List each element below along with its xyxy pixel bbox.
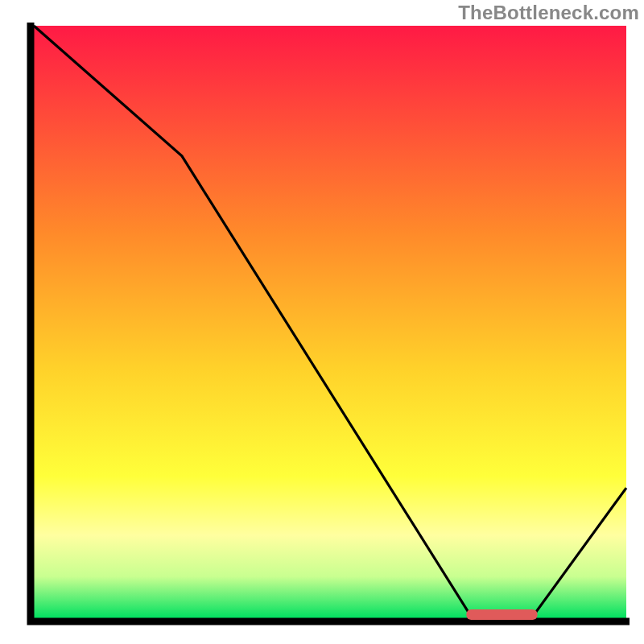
optimal-marker: [466, 609, 537, 620]
bottleneck-chart: [0, 0, 644, 644]
chart-container: TheBottleneck.com: [0, 0, 644, 644]
plot-gradient: [34, 26, 626, 618]
